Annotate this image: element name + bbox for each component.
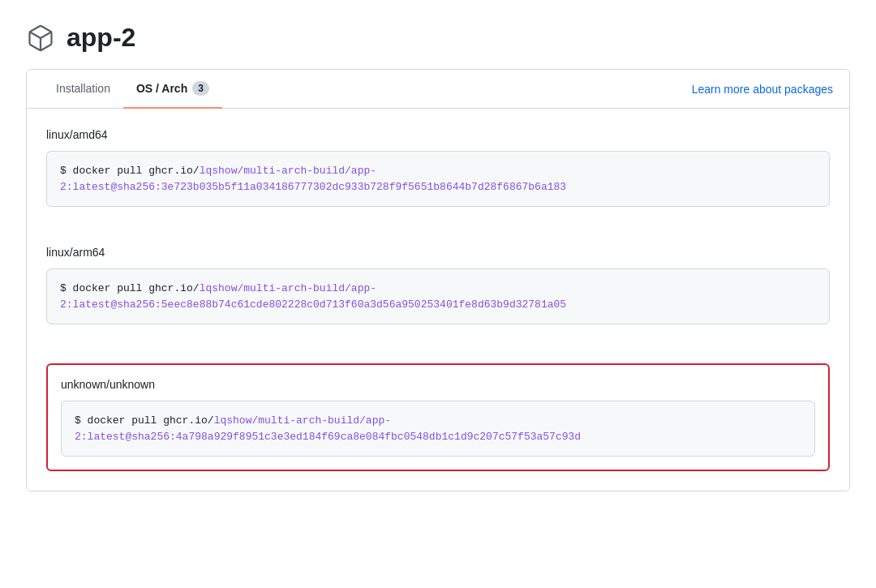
divider-1: [46, 226, 830, 246]
learn-more-link[interactable]: Learn more about packages: [692, 83, 833, 96]
command-box-linux-arm64: $ docker pull ghcr.io/lqshow/multi-arch-…: [46, 268, 830, 324]
arch-label-linux-amd64: linux/amd64: [46, 128, 830, 141]
tab-os-arch[interactable]: OS / Arch 3: [123, 70, 222, 109]
arch-section-linux-arm64: linux/arm64 $ docker pull ghcr.io/lqshow…: [46, 246, 830, 324]
arch-label-linux-arm64: linux/arm64: [46, 246, 830, 259]
arch-label-unknown: unknown/unknown: [61, 378, 815, 391]
cmd-prefix-amd64: $ docker pull ghcr.io/: [60, 165, 200, 177]
tabs-left: Installation OS / Arch 3: [43, 70, 222, 108]
arch-section-unknown: unknown/unknown $ docker pull ghcr.io/lq…: [46, 363, 830, 471]
main-card: Installation OS / Arch 3 Learn more abou…: [26, 69, 850, 491]
command-box-unknown: $ docker pull ghcr.io/lqshow/multi-arch-…: [61, 401, 815, 457]
page-header: app-2: [0, 0, 876, 69]
tabs-bar: Installation OS / Arch 3 Learn more abou…: [27, 70, 849, 109]
tab-os-arch-label: OS / Arch: [136, 82, 187, 95]
tab-os-arch-badge: 3: [192, 81, 209, 96]
tab-installation[interactable]: Installation: [43, 71, 123, 108]
tab-installation-label: Installation: [56, 82, 110, 95]
arch-section-linux-amd64: linux/amd64 $ docker pull ghcr.io/lqshow…: [46, 128, 830, 207]
cmd-prefix-unknown: $ docker pull ghcr.io/: [75, 414, 214, 427]
package-icon: [26, 24, 55, 53]
cmd-prefix-arm64: $ docker pull ghcr.io/: [60, 282, 200, 294]
divider-2: [46, 344, 830, 363]
content-area: linux/amd64 $ docker pull ghcr.io/lqshow…: [27, 109, 849, 491]
page-title: app-2: [67, 23, 135, 53]
command-box-linux-amd64: $ docker pull ghcr.io/lqshow/multi-arch-…: [46, 151, 830, 207]
